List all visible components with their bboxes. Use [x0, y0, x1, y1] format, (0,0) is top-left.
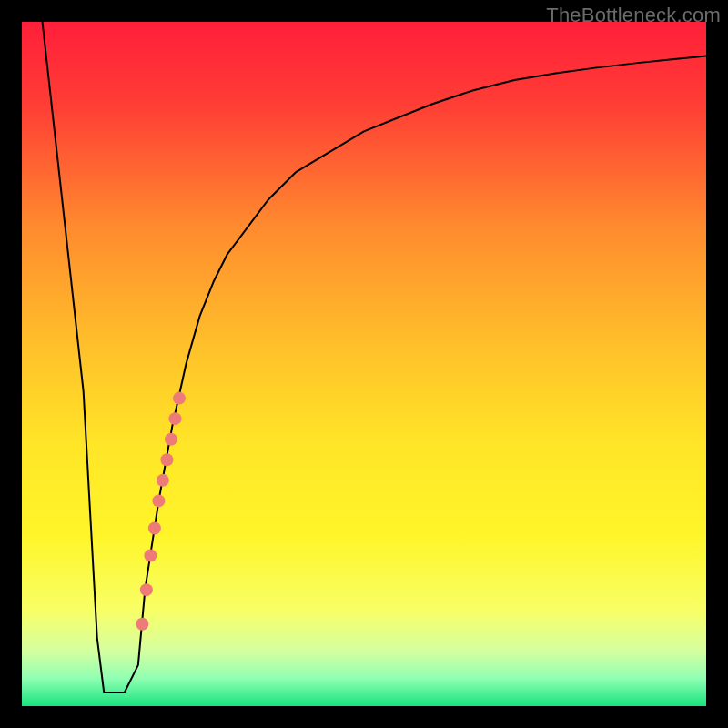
dot-highlight-dots-2: [144, 550, 157, 562]
dot-highlight-dots-9: [173, 392, 186, 405]
chart-frame: TheBottleneck.com: [0, 0, 728, 728]
plot-area: [22, 22, 706, 706]
gradient-background: [22, 22, 706, 706]
dot-highlight-dots-1: [140, 583, 153, 596]
chart-svg: [22, 22, 706, 706]
dot-highlight-dots-3: [148, 521, 161, 534]
dot-highlight-dots-4: [152, 494, 165, 507]
dot-highlight-dots-7: [165, 433, 177, 446]
dot-highlight-dots-5: [157, 474, 169, 487]
dot-highlight-dots-8: [168, 412, 181, 425]
dot-highlight-dots-0: [136, 618, 148, 631]
watermark-text: TheBottleneck.com: [546, 4, 721, 27]
dot-highlight-dots-6: [160, 453, 173, 466]
